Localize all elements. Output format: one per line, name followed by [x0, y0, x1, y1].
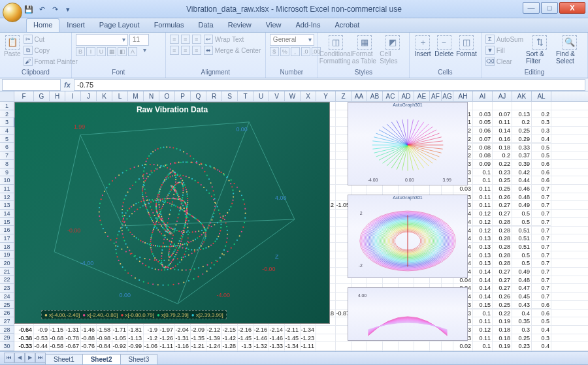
- cell-AI6[interactable]: 0.08: [473, 144, 493, 152]
- col-header-Y[interactable]: Y: [316, 91, 336, 101]
- paste-button[interactable]: 📋Paste: [4, 34, 21, 57]
- cell-AI25[interactable]: 0.15: [473, 301, 493, 309]
- col-header-AD[interactable]: AD: [399, 91, 414, 101]
- cell-AK8[interactable]: 0.39: [512, 160, 532, 168]
- format-cells-button[interactable]: ◫Format: [456, 34, 477, 57]
- col-header-K[interactable]: K: [97, 91, 112, 101]
- sheet-nav-next[interactable]: ▶: [25, 353, 35, 363]
- cell-AK13[interactable]: 0.49: [512, 201, 532, 210]
- row-header-10[interactable]: 10: [0, 176, 14, 185]
- cell-T29[interactable]: -1.45: [238, 334, 253, 343]
- cell-AJ22[interactable]: 0.27: [493, 276, 512, 285]
- cell-AK19[interactable]: 0.5: [512, 251, 532, 260]
- tab-insert[interactable]: Insert: [59, 18, 92, 32]
- cell-AK20[interactable]: 0.5: [512, 259, 532, 268]
- cell-W29[interactable]: -1.45: [285, 334, 301, 343]
- cell-AK7[interactable]: 0.37: [512, 151, 532, 160]
- cell-U28[interactable]: -2.16: [253, 326, 269, 334]
- row-header-11[interactable]: 11: [0, 185, 14, 193]
- cell-AL10[interactable]: 0.6: [532, 176, 551, 185]
- font-color-button[interactable]: A: [128, 47, 137, 56]
- cell-H30[interactable]: -0.58: [50, 342, 65, 351]
- cell-AI16[interactable]: 0.12: [473, 227, 493, 235]
- cell-K30[interactable]: -0.84: [97, 342, 112, 351]
- align-right-icon[interactable]: ≡: [192, 46, 201, 55]
- col-header-AE[interactable]: AE: [414, 91, 430, 101]
- cell-AJ9[interactable]: 0.23: [493, 168, 512, 177]
- sheet-tab-2[interactable]: Sheet2: [82, 354, 121, 364]
- cell-J29[interactable]: -0.88: [81, 334, 97, 343]
- cell-AL7[interactable]: 0.5: [532, 151, 551, 160]
- cell-AK6[interactable]: 0.33: [512, 144, 532, 152]
- col-header-P[interactable]: P: [175, 91, 191, 101]
- row-header-22[interactable]: 22: [0, 276, 14, 284]
- row-header-3[interactable]: 3: [0, 118, 14, 127]
- cell-AK29[interactable]: 0.25: [512, 334, 532, 343]
- sheet-tab-1[interactable]: Sheet1: [45, 354, 83, 364]
- sheet-tab-3[interactable]: Sheet3: [120, 354, 158, 364]
- number-format-select[interactable]: General: [270, 34, 314, 46]
- cell-AJ3[interactable]: 0.11: [493, 118, 512, 127]
- tab-review[interactable]: Review: [221, 18, 259, 32]
- cell-AI14[interactable]: 0.12: [473, 210, 493, 218]
- cell-L29[interactable]: -1.05: [112, 334, 128, 343]
- cell-S29[interactable]: -1.42: [222, 334, 238, 343]
- cell-N29[interactable]: -1.2: [144, 334, 159, 343]
- underline-button[interactable]: U: [97, 47, 106, 56]
- tab-page-layout[interactable]: Page Layout: [92, 18, 147, 32]
- font-name-select[interactable]: [76, 34, 128, 46]
- cell-AL2[interactable]: 0.2: [532, 110, 551, 119]
- save-icon[interactable]: 💾: [24, 4, 34, 14]
- row-header-13[interactable]: 13: [0, 201, 14, 210]
- row-header-24[interactable]: 24: [0, 293, 14, 301]
- row-header-16[interactable]: 16: [0, 226, 14, 234]
- cell-AJ17[interactable]: 0.28: [493, 234, 512, 243]
- row-header-18[interactable]: 18: [0, 243, 14, 251]
- col-header-Q[interactable]: Q: [191, 91, 206, 101]
- cell-AK22[interactable]: 0.48: [512, 276, 532, 285]
- cell-AK21[interactable]: 0.49: [512, 268, 532, 276]
- row-header-5[interactable]: 5: [0, 135, 14, 144]
- cell-N28[interactable]: -1.9: [144, 326, 159, 334]
- cell-AI20[interactable]: 0.13: [473, 259, 493, 268]
- fx-icon[interactable]: fx: [61, 81, 74, 89]
- cell-AL12[interactable]: 0.7: [532, 193, 551, 202]
- cell-M28[interactable]: -1.81: [128, 326, 144, 334]
- clear-button[interactable]: ⌫Clear: [485, 56, 523, 67]
- cell-AL4[interactable]: 0.3: [532, 127, 551, 135]
- cell-AI22[interactable]: 0.14: [473, 276, 493, 285]
- cell-K28[interactable]: -1.58: [97, 326, 112, 334]
- cell-M29[interactable]: -1.13: [128, 334, 144, 343]
- fill-button[interactable]: ▼Fill: [485, 45, 523, 56]
- cell-H28[interactable]: -1.15: [50, 326, 65, 334]
- format-painter-button[interactable]: 🖌Format Painter: [24, 56, 78, 67]
- currency-button[interactable]: $: [270, 47, 279, 56]
- row-header-8[interactable]: 8: [0, 160, 14, 168]
- cell-S28[interactable]: -2.15: [222, 326, 238, 334]
- cell-AK27[interactable]: 0.35: [512, 317, 532, 326]
- cell-AK3[interactable]: 0.2: [512, 118, 532, 127]
- format-table-button[interactable]: ▦Format as Table: [352, 34, 378, 65]
- cell-U29[interactable]: -1.46: [253, 334, 269, 343]
- row-header-6[interactable]: 6: [0, 143, 14, 151]
- cell-AL26[interactable]: 0.6: [532, 309, 551, 318]
- cell-AL22[interactable]: 0.7: [532, 276, 551, 285]
- row-header-25[interactable]: 25: [0, 301, 14, 309]
- cell-AI18[interactable]: 0.13: [473, 243, 493, 251]
- col-header-AG[interactable]: AG: [442, 91, 453, 101]
- cell-AJ28[interactable]: 0.18: [493, 326, 512, 334]
- chart-3d-vibration[interactable]: Raw Vibration Data 1.99 0.00 4.00 -0.00 …: [14, 102, 330, 324]
- cell-AJ12[interactable]: 0.26: [493, 193, 512, 202]
- mini-chart-1[interactable]: AutoGraph301 -4.00 0.00 3.99: [348, 102, 468, 185]
- cell-AI8[interactable]: 0.09: [473, 160, 493, 168]
- row-header-20[interactable]: 20: [0, 259, 14, 268]
- find-select-button[interactable]: 🔍Find & Select: [556, 34, 583, 65]
- cell-AK16[interactable]: 0.51: [512, 227, 532, 235]
- cell-AK31[interactable]: 0.22: [512, 351, 532, 351]
- align-left-icon[interactable]: ≡: [170, 46, 179, 55]
- cell-AJ4[interactable]: 0.14: [493, 127, 512, 135]
- insert-cells-button[interactable]: ＋Insert: [414, 34, 432, 57]
- percent-button[interactable]: %: [280, 47, 289, 56]
- cell-I28[interactable]: -1.31: [65, 326, 81, 334]
- cell-AI4[interactable]: 0.06: [473, 127, 493, 135]
